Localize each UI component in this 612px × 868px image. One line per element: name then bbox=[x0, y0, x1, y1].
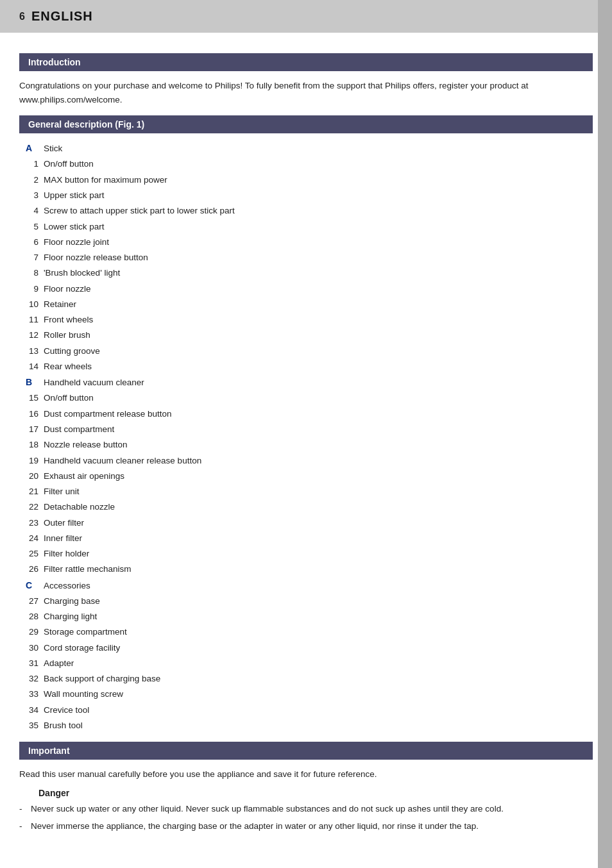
item-num: 20 bbox=[26, 469, 44, 483]
item-text: Wall mounting screw bbox=[44, 687, 123, 701]
item-num: 26 bbox=[26, 562, 44, 576]
list-item: 29 Storage compartment bbox=[26, 625, 593, 639]
list-item: 7 Floor nozzle release button bbox=[26, 251, 593, 265]
item-text: Front wheels bbox=[44, 313, 93, 327]
item-num: 35 bbox=[26, 719, 44, 733]
list-item: B Handheld vacuum cleaner bbox=[26, 375, 593, 390]
item-num: 18 bbox=[26, 438, 44, 452]
danger-item-2: - Never immerse the appliance, the charg… bbox=[19, 819, 593, 833]
item-text: Detachable nozzle bbox=[44, 500, 115, 514]
item-num: 9 bbox=[26, 282, 44, 296]
item-text: Filter holder bbox=[44, 547, 89, 561]
item-text: Lower stick part bbox=[44, 220, 105, 234]
list-item: C Accessories bbox=[26, 578, 593, 593]
list-item: A Stick bbox=[26, 141, 593, 156]
item-text: Back support of charging base bbox=[44, 672, 160, 686]
item-text: Retainer bbox=[44, 297, 76, 312]
list-item: 32 Back support of charging base bbox=[26, 672, 593, 686]
item-num: 23 bbox=[26, 516, 44, 530]
item-text: Dust compartment release button bbox=[44, 407, 172, 421]
list-item: 14 Rear wheels bbox=[26, 360, 593, 374]
list-item: 2 MAX button for maximum power bbox=[26, 173, 593, 187]
list-item: 35 Brush tool bbox=[26, 719, 593, 733]
item-num: 13 bbox=[26, 344, 44, 358]
item-num: 7 bbox=[26, 251, 44, 265]
page: 6 ENGLISH Introduction Congratulations o… bbox=[0, 0, 612, 868]
item-num: 5 bbox=[26, 220, 44, 234]
item-text: Cord storage facility bbox=[44, 641, 120, 655]
item-text: Nozzle release button bbox=[44, 438, 128, 452]
list-item: 30 Cord storage facility bbox=[26, 641, 593, 655]
important-header: Important bbox=[19, 742, 593, 760]
item-num: 33 bbox=[26, 687, 44, 701]
item-num: 6 bbox=[26, 235, 44, 249]
item-num: 15 bbox=[26, 391, 44, 405]
item-text: Inner filter bbox=[44, 531, 82, 546]
list-item: 16 Dust compartment release button bbox=[26, 407, 593, 421]
item-text: Filter unit bbox=[44, 485, 80, 499]
list-item: 10 Retainer bbox=[26, 297, 593, 312]
content-area: Introduction Congratulations on your pur… bbox=[0, 33, 612, 849]
item-text: Crevice tool bbox=[44, 703, 89, 717]
item-num: 31 bbox=[26, 656, 44, 671]
dash-icon: - bbox=[19, 819, 31, 833]
introduction-text: Congratulations on your purchase and wel… bbox=[19, 79, 593, 106]
item-text: MAX button for maximum power bbox=[44, 173, 167, 187]
description-list: A Stick 1 On/off button 2 MAX button for… bbox=[19, 141, 593, 733]
list-item: 25 Filter holder bbox=[26, 547, 593, 561]
item-num: 21 bbox=[26, 485, 44, 499]
item-text: Stick bbox=[44, 142, 62, 156]
item-text: Screw to attach upper stick part to lowe… bbox=[44, 204, 235, 218]
list-item: 8 'Brush blocked' light bbox=[26, 266, 593, 280]
list-item: 27 Charging base bbox=[26, 594, 593, 608]
item-text: Brush tool bbox=[44, 719, 83, 733]
list-item: 24 Inner filter bbox=[26, 531, 593, 546]
important-text: Read this user manual carefully before y… bbox=[19, 767, 593, 781]
item-num: 28 bbox=[26, 610, 44, 624]
list-item: 19 Handheld vacuum cleaner release butto… bbox=[26, 454, 593, 468]
list-item: 22 Detachable nozzle bbox=[26, 500, 593, 514]
list-item: 9 Floor nozzle bbox=[26, 282, 593, 296]
item-num: 24 bbox=[26, 531, 44, 546]
list-item: 17 Dust compartment bbox=[26, 422, 593, 437]
item-text: Accessories bbox=[44, 579, 90, 593]
item-num: 34 bbox=[26, 703, 44, 717]
item-text: Floor nozzle bbox=[44, 282, 91, 296]
list-item: 15 On/off button bbox=[26, 391, 593, 405]
list-item: 3 Upper stick part bbox=[26, 188, 593, 203]
item-text: Floor nozzle release button bbox=[44, 251, 148, 265]
item-text: On/off button bbox=[44, 157, 94, 171]
item-text: On/off button bbox=[44, 391, 94, 405]
list-item: 33 Wall mounting screw bbox=[26, 687, 593, 701]
header-bar: 6 ENGLISH bbox=[0, 0, 612, 33]
list-item: 5 Lower stick part bbox=[26, 220, 593, 234]
item-num: 12 bbox=[26, 328, 44, 342]
general-description-header: General description (Fig. 1) bbox=[19, 115, 593, 133]
list-item: 28 Charging light bbox=[26, 610, 593, 624]
list-item: 13 Cutting groove bbox=[26, 344, 593, 358]
list-item: 12 Roller brush bbox=[26, 328, 593, 342]
section-label-c: C bbox=[26, 578, 44, 593]
list-item: 34 Crevice tool bbox=[26, 703, 593, 717]
section-label-b: B bbox=[26, 375, 44, 390]
item-text: Filter rattle mechanism bbox=[44, 562, 132, 576]
item-text: Charging base bbox=[44, 594, 100, 608]
item-text: Handheld vacuum cleaner bbox=[44, 376, 144, 390]
item-num: 17 bbox=[26, 422, 44, 437]
danger-text-1: Never suck up water or any other liquid.… bbox=[31, 802, 593, 816]
list-item: 26 Filter rattle mechanism bbox=[26, 562, 593, 576]
danger-title: Danger bbox=[19, 788, 593, 798]
list-item: 21 Filter unit bbox=[26, 485, 593, 499]
item-text: Exhaust air openings bbox=[44, 469, 124, 483]
item-text: Roller brush bbox=[44, 328, 90, 342]
introduction-header: Introduction bbox=[19, 53, 593, 71]
list-item: 4 Screw to attach upper stick part to lo… bbox=[26, 204, 593, 218]
item-num: 22 bbox=[26, 500, 44, 514]
page-title: ENGLISH bbox=[31, 9, 93, 24]
item-text: Outer filter bbox=[44, 516, 84, 530]
item-text: 'Brush blocked' light bbox=[44, 266, 120, 280]
list-item: 31 Adapter bbox=[26, 656, 593, 671]
item-num: 4 bbox=[26, 204, 44, 218]
section-label-a: A bbox=[26, 141, 44, 156]
item-num: 32 bbox=[26, 672, 44, 686]
